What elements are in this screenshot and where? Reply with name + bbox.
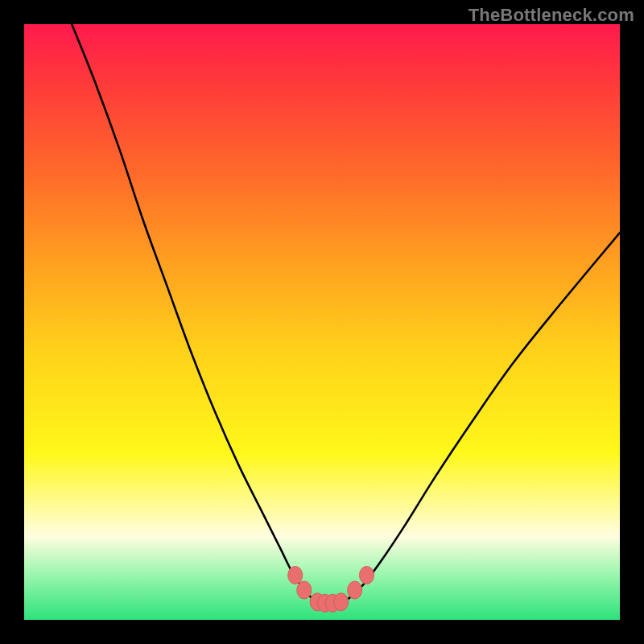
watermark-text: TheBottleneck.com xyxy=(469,5,634,26)
marker-left-upper xyxy=(288,567,303,584)
marker-left-lower xyxy=(297,581,312,599)
marker-flat-4 xyxy=(334,593,349,611)
marker-right-lower xyxy=(348,581,362,599)
chart-frame: TheBottleneck.com xyxy=(0,0,644,644)
curve-right-curve xyxy=(343,233,620,602)
chart-svg xyxy=(24,24,620,620)
curve-left-curve xyxy=(72,24,319,602)
plot-area xyxy=(24,24,620,620)
marker-right-upper xyxy=(360,567,374,584)
